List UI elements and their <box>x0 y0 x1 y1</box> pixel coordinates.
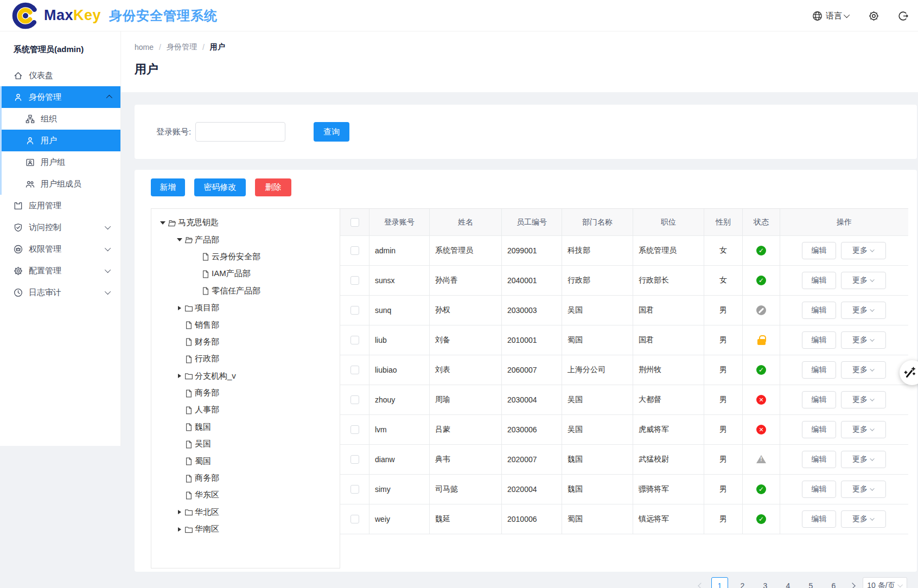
edit-button[interactable]: 编辑 <box>802 391 836 408</box>
sidebar-item-配置管理[interactable]: 配置管理 <box>0 260 120 282</box>
row-checkbox[interactable] <box>350 515 359 523</box>
cell-department: 行政部 <box>562 266 633 295</box>
edit-button[interactable]: 编辑 <box>802 451 836 468</box>
sidebar-item-用户组成员[interactable]: 用户组成员 <box>0 173 120 195</box>
row-checkbox[interactable] <box>350 485 359 494</box>
page-number-4[interactable]: 4 <box>780 577 796 588</box>
more-button[interactable]: 更多 <box>841 242 886 259</box>
sidebar-item-仪表盘[interactable]: 仪表盘 <box>0 65 120 86</box>
tree-expand-arrow[interactable] <box>175 238 184 241</box>
tree-node-华北区[interactable]: 华北区 <box>151 504 340 521</box>
select-all-checkbox[interactable] <box>350 218 359 227</box>
edit-button[interactable]: 编辑 <box>802 481 836 498</box>
page-size-select[interactable]: 10 条/页 <box>863 577 907 588</box>
row-checkbox[interactable] <box>350 395 359 404</box>
row-checkbox[interactable] <box>350 276 359 285</box>
more-button[interactable]: 更多 <box>841 391 886 408</box>
tree-node-马克思钥匙[interactable]: 马克思钥匙 <box>151 214 340 231</box>
tree-node-label: 销售部 <box>195 320 219 330</box>
tree-expand-arrow[interactable] <box>175 306 184 310</box>
row-checkbox[interactable] <box>350 366 359 374</box>
more-button[interactable]: 更多 <box>841 421 886 438</box>
edit-button[interactable]: 编辑 <box>802 510 836 528</box>
user-list-panel: 新增 密码修改 删除 马克思钥匙 产品部 云身份安全部 IAM产品部 零信任产品… <box>135 170 917 572</box>
breadcrumb-home[interactable]: home <box>135 43 154 52</box>
more-button[interactable]: 更多 <box>841 451 886 468</box>
tree-node-商务部[interactable]: 商务部 <box>151 470 340 487</box>
cell-employee-no: 2030003 <box>501 296 562 325</box>
sidebar-item-应用管理[interactable]: 应用管理 <box>0 195 120 216</box>
edit-button[interactable]: 编辑 <box>802 272 836 289</box>
change-password-button[interactable]: 密码修改 <box>194 178 246 196</box>
row-checkbox[interactable] <box>350 306 359 315</box>
more-button[interactable]: 更多 <box>841 331 886 349</box>
more-button[interactable]: 更多 <box>841 481 886 498</box>
page-number-3[interactable]: 3 <box>757 577 774 588</box>
query-button[interactable]: 查询 <box>314 122 349 142</box>
page-number-1[interactable]: 1 <box>711 577 728 588</box>
cell-employee-no: 2030006 <box>501 415 562 444</box>
breadcrumb-identity[interactable]: 身份管理 <box>167 42 197 52</box>
sidebar-item-组织[interactable]: 组织 <box>0 108 120 130</box>
language-selector[interactable]: 语言 <box>812 11 850 21</box>
page-number-2[interactable]: 2 <box>734 577 751 588</box>
tree-node-产品部[interactable]: 产品部 <box>151 231 340 248</box>
tree-node-零信任产品部[interactable]: 零信任产品部 <box>151 283 340 299</box>
tree-node-行政部[interactable]: 行政部 <box>151 350 340 367</box>
gear-icon[interactable] <box>868 10 879 22</box>
row-checkbox[interactable] <box>350 246 359 255</box>
table-row: sunq 孙权 2030003 吴国 国君 男 编辑 更多 <box>340 296 908 325</box>
edit-button[interactable]: 编辑 <box>802 331 836 349</box>
tree-node-人事部[interactable]: 人事部 <box>151 401 340 418</box>
tree-node-商务部[interactable]: 商务部 <box>151 385 340 401</box>
row-checkbox[interactable] <box>350 455 359 464</box>
cell-position: 镇远将军 <box>633 504 704 534</box>
edit-button[interactable]: 编辑 <box>802 242 836 259</box>
tree-node-销售部[interactable]: 销售部 <box>151 316 340 333</box>
row-checkbox[interactable] <box>350 425 359 434</box>
tree-node-label: 蜀国 <box>195 456 211 466</box>
cell-employee-no: 2010006 <box>501 504 562 534</box>
tree-node-蜀国[interactable]: 蜀国 <box>151 452 340 469</box>
tree-node-分支机构_v[interactable]: 分支机构_v <box>151 368 340 385</box>
sidebar-item-身份管理[interactable]: 身份管理 <box>0 86 120 108</box>
more-button[interactable]: 更多 <box>841 361 886 379</box>
edit-button[interactable]: 编辑 <box>802 302 836 319</box>
select-all-cell <box>340 209 369 235</box>
add-button[interactable]: 新增 <box>151 178 185 196</box>
tree-node-云身份安全部[interactable]: 云身份安全部 <box>151 248 340 265</box>
tree-node-华东区[interactable]: 华东区 <box>151 487 340 503</box>
page-number-5[interactable]: 5 <box>802 577 819 588</box>
tree-node-吴国[interactable]: 吴国 <box>151 436 340 452</box>
tree-expand-arrow[interactable] <box>175 374 184 378</box>
cell-department: 蜀国 <box>562 504 633 534</box>
edit-button[interactable]: 编辑 <box>802 361 836 379</box>
tree-expand-arrow[interactable] <box>175 510 184 514</box>
tree-node-财务部[interactable]: 财务部 <box>151 334 340 350</box>
sidebar-item-访问控制[interactable]: 访问控制 <box>0 216 120 238</box>
column-header: 部门名称 <box>562 209 633 235</box>
more-button[interactable]: 更多 <box>841 510 886 528</box>
file-icon <box>184 321 193 329</box>
previous-page-icon[interactable] <box>697 581 705 588</box>
tree-node-项目部[interactable]: 项目部 <box>151 299 340 316</box>
logout-icon[interactable] <box>898 11 908 21</box>
more-button[interactable]: 更多 <box>841 302 886 319</box>
tree-node-华南区[interactable]: 华南区 <box>151 521 340 538</box>
row-checkbox[interactable] <box>350 336 359 344</box>
sidebar-item-日志审计[interactable]: 日志审计 <box>0 282 120 303</box>
sidebar-item-用户[interactable]: 用户 <box>0 130 120 151</box>
sidebar-item-权限管理[interactable]: 权限管理 <box>0 238 120 260</box>
tree-node-IAM产品部[interactable]: IAM产品部 <box>151 265 340 282</box>
login-account-input[interactable] <box>195 122 285 142</box>
page-number-6[interactable]: 6 <box>825 577 842 588</box>
more-button[interactable]: 更多 <box>841 272 886 289</box>
tree-node-魏国[interactable]: 魏国 <box>151 419 340 436</box>
tree-expand-arrow[interactable] <box>158 221 168 225</box>
sidebar-item-用户组[interactable]: 用户组 <box>0 151 120 173</box>
edit-button[interactable]: 编辑 <box>802 421 836 438</box>
column-header: 姓名 <box>429 209 501 235</box>
tree-expand-arrow[interactable] <box>175 527 184 532</box>
next-page-icon[interactable] <box>848 581 857 588</box>
delete-button[interactable]: 删除 <box>255 178 291 196</box>
